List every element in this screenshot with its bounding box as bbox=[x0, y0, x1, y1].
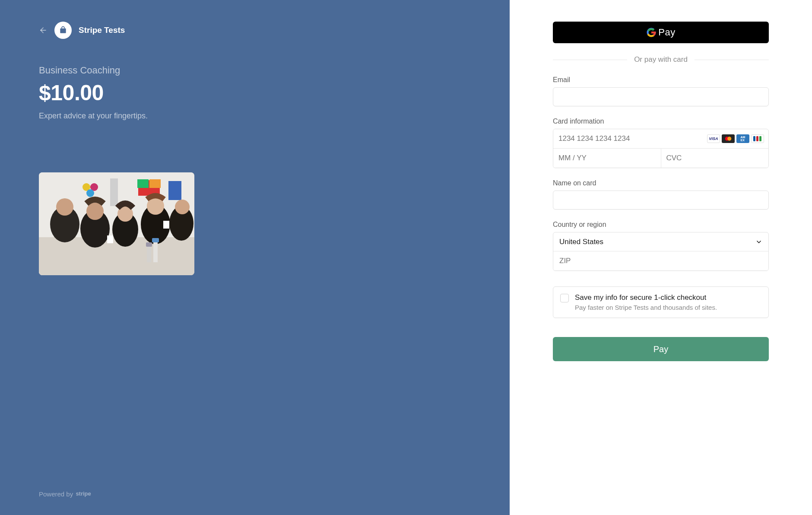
product-image bbox=[39, 172, 194, 275]
svg-rect-31 bbox=[753, 136, 755, 141]
google-pay-button[interactable]: Pay bbox=[553, 22, 769, 43]
card-info-label: Card information bbox=[553, 118, 769, 125]
card-expiry-input[interactable] bbox=[553, 149, 661, 168]
product-summary-panel: Stripe Tests Business Coaching $10.00 Ex… bbox=[0, 0, 510, 515]
svg-rect-26 bbox=[107, 235, 113, 243]
svg-rect-32 bbox=[756, 136, 758, 141]
svg-rect-6 bbox=[149, 179, 161, 188]
amex-icon: AMEX bbox=[736, 134, 749, 143]
jcb-icon bbox=[751, 134, 764, 143]
card-brand-icons: VISA AMEX bbox=[707, 134, 764, 143]
country-label: Country or region bbox=[553, 221, 769, 229]
card-cvc-input[interactable] bbox=[661, 149, 769, 168]
svg-point-30 bbox=[727, 137, 731, 140]
save-info-box: Save my info for secure 1-click checkout… bbox=[553, 286, 769, 318]
svg-point-11 bbox=[86, 189, 94, 197]
svg-rect-8 bbox=[110, 178, 118, 206]
card-input-group: VISA AMEX bbox=[553, 129, 769, 168]
chevron-down-icon bbox=[755, 238, 762, 245]
svg-rect-1 bbox=[60, 29, 66, 33]
product-name: Business Coaching bbox=[39, 65, 471, 76]
powered-by: Powered by stripe bbox=[39, 473, 471, 498]
save-info-subtitle: Pay faster on Stripe Tests and thousands… bbox=[575, 304, 717, 311]
name-on-card-input[interactable] bbox=[553, 191, 769, 210]
pay-with-card-divider: Or pay with card bbox=[553, 55, 769, 64]
email-input[interactable] bbox=[553, 87, 769, 106]
svg-point-13 bbox=[56, 198, 73, 216]
product-tagline: Expert advice at your fingertips. bbox=[39, 111, 471, 121]
svg-point-21 bbox=[175, 200, 190, 214]
mastercard-icon bbox=[722, 134, 735, 143]
brand-name: Stripe Tests bbox=[79, 25, 125, 35]
divider-text: Or pay with card bbox=[634, 55, 688, 64]
zip-input[interactable] bbox=[553, 251, 768, 270]
card-number-input[interactable] bbox=[553, 129, 707, 148]
svg-rect-27 bbox=[163, 221, 169, 229]
svg-rect-22 bbox=[147, 246, 151, 262]
back-arrow-icon[interactable] bbox=[39, 26, 48, 35]
save-info-checkbox[interactable] bbox=[560, 294, 569, 302]
brand-row: Stripe Tests bbox=[39, 22, 471, 39]
email-label: Email bbox=[553, 76, 769, 84]
brand-logo-icon bbox=[54, 22, 72, 39]
save-info-title: Save my info for secure 1-click checkout bbox=[575, 293, 717, 302]
svg-rect-7 bbox=[168, 181, 181, 200]
svg-rect-23 bbox=[146, 242, 152, 247]
checkout-form-panel: Pay Or pay with card Email Card informat… bbox=[510, 0, 812, 515]
visa-icon: VISA bbox=[707, 134, 720, 143]
svg-rect-5 bbox=[137, 179, 149, 188]
google-icon bbox=[646, 27, 657, 38]
country-select-value: United States bbox=[559, 238, 603, 246]
svg-rect-24 bbox=[153, 242, 158, 262]
country-input-group: United States bbox=[553, 232, 769, 271]
pay-button[interactable]: Pay bbox=[553, 337, 769, 361]
name-on-card-label: Name on card bbox=[553, 179, 769, 187]
svg-rect-3 bbox=[39, 237, 194, 275]
svg-text:stripe: stripe bbox=[76, 490, 91, 497]
country-select[interactable]: United States bbox=[553, 232, 768, 251]
product-price: $10.00 bbox=[39, 80, 471, 105]
svg-rect-33 bbox=[759, 136, 761, 141]
svg-rect-25 bbox=[152, 238, 159, 242]
powered-by-text: Powered by bbox=[39, 490, 73, 498]
google-pay-label: Pay bbox=[658, 27, 675, 38]
